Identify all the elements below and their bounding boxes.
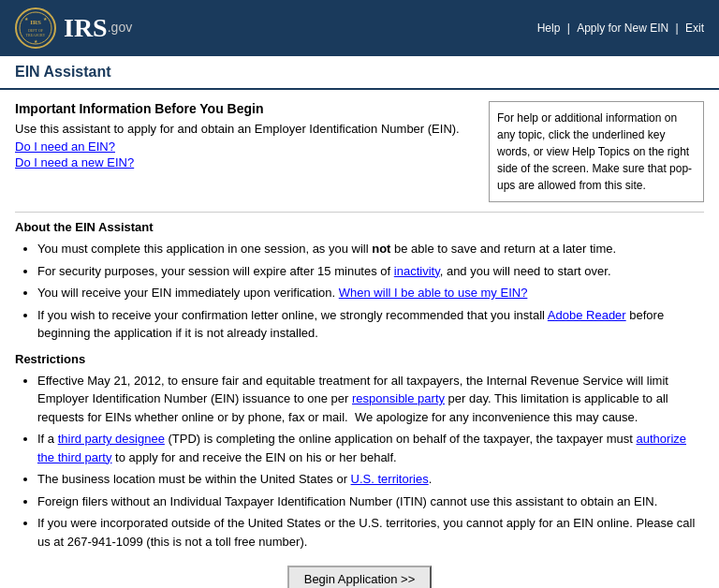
header: IRS DEPT OF TREASURY ★ ★ ★ IRS.gov Help … — [0, 0, 719, 56]
about-section: About the EIN Assistant You must complet… — [15, 220, 704, 343]
logo-text-area: IRS.gov — [64, 13, 132, 43]
list-item: Effective May 21, 2012, to ensure fair a… — [37, 372, 704, 427]
third-party-designee-link[interactable]: third party designee — [58, 432, 165, 446]
separator-2: | — [676, 22, 682, 35]
svg-text:IRS: IRS — [30, 19, 41, 26]
list-item: If you were incorporated outside of the … — [37, 514, 704, 551]
logo-area: IRS DEPT OF TREASURY ★ ★ ★ IRS.gov — [15, 7, 132, 49]
about-bullet-list: You must complete this application in on… — [15, 240, 704, 343]
adobe-reader-link[interactable]: Adobe Reader — [548, 308, 626, 322]
page-title: EIN Assistant — [15, 64, 704, 81]
divider-1 — [15, 212, 704, 213]
list-item: If you wish to receive your confirmation… — [37, 306, 704, 343]
list-item: Foreign filers without an Individual Tax… — [37, 492, 704, 511]
main-content: Important Information Before You Begin U… — [0, 90, 719, 588]
list-item: For security purposes, your session will… — [37, 262, 704, 281]
bold-not: not — [372, 242, 390, 256]
top-left: Important Information Before You Begin U… — [15, 101, 474, 169]
inactivity-link[interactable]: inactivity — [394, 264, 440, 278]
svg-text:TREASURY: TREASURY — [26, 33, 46, 37]
do-i-need-ein-link[interactable]: Do I need an EIN? — [15, 140, 115, 154]
begin-application-button[interactable]: Begin Application >> — [287, 566, 433, 588]
list-item: You will receive your EIN immediately up… — [37, 284, 704, 302]
intro-text: Use this assistant to apply for and obta… — [15, 122, 474, 136]
irs-gov-text: .gov — [108, 20, 132, 35]
responsible-party-link[interactable]: responsible party — [352, 391, 445, 405]
us-territories-link[interactable]: U.S. territories — [351, 472, 429, 486]
help-link[interactable]: Help — [537, 22, 561, 35]
exit-link[interactable]: Exit — [685, 22, 704, 35]
separator-1: | — [567, 22, 573, 35]
begin-button-row: Begin Application >> — [15, 566, 704, 588]
restrictions-section: Restrictions Effective May 21, 2012, to … — [15, 352, 704, 551]
restrictions-title: Restrictions — [15, 352, 704, 366]
help-box-text: For help or additional information on an… — [497, 111, 692, 192]
do-i-need-new-ein-link[interactable]: Do I need a new EIN? — [15, 155, 134, 169]
list-item: You must complete this application in on… — [37, 240, 704, 258]
irs-logo-text: IRS — [64, 13, 108, 42]
irs-seal-icon: IRS DEPT OF TREASURY ★ ★ ★ — [15, 7, 56, 49]
apply-new-ein-link[interactable]: Apply for New EIN — [577, 22, 668, 35]
header-links: Help | Apply for New EIN | Exit — [537, 22, 704, 35]
restrictions-bullet-list: Effective May 21, 2012, to ensure fair a… — [15, 372, 704, 551]
list-item: The business location must be within the… — [37, 470, 704, 489]
when-ein-link[interactable]: When will I be able to use my EIN? — [339, 286, 528, 300]
important-title: Important Information Before You Begin — [15, 101, 474, 116]
list-item: If a third party designee (TPD) is compl… — [37, 430, 704, 466]
about-title: About the EIN Assistant — [15, 220, 704, 234]
title-bar: EIN Assistant — [0, 56, 719, 90]
top-section: Important Information Before You Begin U… — [15, 101, 704, 202]
help-box: For help or additional information on an… — [489, 101, 704, 202]
